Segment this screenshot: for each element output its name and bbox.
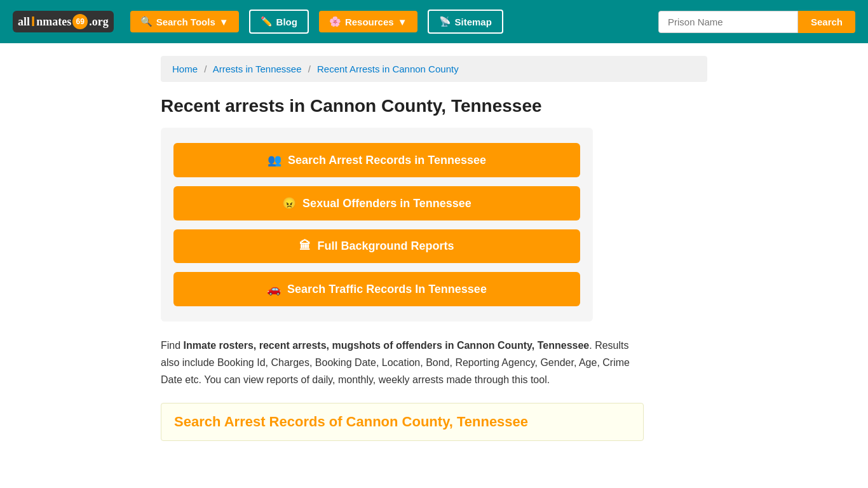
site-logo[interactable]: allInmates 69 .org [13, 11, 114, 32]
background-reports-label: Full Background Reports [317, 240, 454, 253]
description-intro: Find [161, 340, 184, 351]
background-reports-button[interactable]: 🏛 Full Background Reports [173, 229, 580, 263]
background-reports-icon: 🏛 [299, 240, 311, 253]
logo-dot: 69 [72, 14, 88, 29]
description-bold: Inmate rosters, recent arrests, mugshots… [184, 340, 590, 351]
search-tools-button[interactable]: 🔍 Search Tools ▼ [130, 11, 239, 32]
traffic-records-icon: 🚗 [267, 282, 281, 296]
search-arrests-label: Search Arrest Records in Tennessee [288, 154, 486, 167]
logo-text-org: .org [89, 15, 109, 29]
logo-text-nmates: nmates [36, 15, 71, 29]
logo-text-all: all [18, 15, 30, 29]
page-title: Recent arrests in Cannon County, Tenness… [161, 96, 707, 116]
search-tools-icon: 🔍 [140, 16, 153, 27]
section-box: Search Arrest Records of Cannon County, … [161, 403, 644, 441]
resources-button[interactable]: 🌸 Resources ▼ [319, 11, 417, 32]
section-title: Search Arrest Records of Cannon County, … [174, 414, 630, 430]
site-header: allInmates 69 .org 🔍 Search Tools ▼ ✏️ B… [0, 0, 868, 43]
search-tools-label: Search Tools [156, 17, 215, 27]
sexual-offenders-label: Sexual Offenders in Tennessee [302, 197, 471, 210]
main-content: Home / Arrests in Tennessee / Recent Arr… [148, 43, 720, 454]
traffic-records-label: Search Traffic Records In Tennessee [287, 283, 487, 296]
breadcrumb-arrests-tennessee[interactable]: Arrests in Tennessee [213, 64, 302, 74]
blog-label: Blog [276, 17, 297, 27]
header-search-label: Search [811, 17, 843, 27]
resources-label: Resources [345, 17, 394, 27]
breadcrumb: Home / Arrests in Tennessee / Recent Arr… [161, 56, 707, 82]
header-search-area: Search [658, 11, 855, 33]
page-description: Find Inmate rosters, recent arrests, mug… [161, 337, 644, 389]
sitemap-label: Sitemap [455, 17, 492, 27]
search-tools-chevron: ▼ [219, 17, 229, 27]
sexual-offenders-icon: 😠 [282, 196, 296, 210]
traffic-records-button[interactable]: 🚗 Search Traffic Records In Tennessee [173, 272, 580, 306]
search-arrests-button[interactable]: 👥 Search Arrest Records in Tennessee [173, 143, 580, 177]
breadcrumb-sep-1: / [204, 64, 207, 74]
blog-button[interactable]: ✏️ Blog [249, 10, 309, 34]
sitemap-icon: 📡 [439, 16, 451, 27]
sexual-offenders-button[interactable]: 😠 Sexual Offenders in Tennessee [173, 186, 580, 220]
search-arrests-icon: 👥 [268, 153, 281, 167]
resources-icon: 🌸 [329, 16, 341, 27]
prison-name-input[interactable] [658, 11, 798, 33]
action-button-box: 👥 Search Arrest Records in Tennessee 😠 S… [161, 128, 593, 322]
resources-chevron: ▼ [398, 17, 407, 27]
sitemap-button[interactable]: 📡 Sitemap [428, 10, 503, 34]
header-search-button[interactable]: Search [798, 11, 855, 33]
breadcrumb-current: Recent Arrests in Cannon County [317, 64, 459, 74]
blog-icon: ✏️ [261, 16, 273, 27]
logo-text-i: I [31, 13, 35, 30]
breadcrumb-sep-2: / [308, 64, 311, 74]
breadcrumb-home[interactable]: Home [172, 64, 198, 74]
